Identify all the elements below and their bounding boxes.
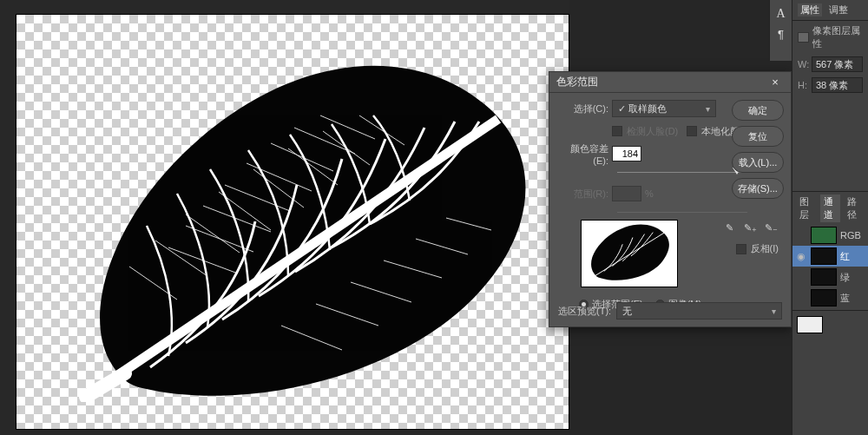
collapsed-toolstrip: A ¶ bbox=[769, 0, 792, 61]
width-label: W: bbox=[798, 59, 808, 69]
fuzziness-value[interactable]: 184 bbox=[612, 146, 641, 161]
mid-panel-tabs: 图层 通道 路径 bbox=[792, 191, 868, 225]
range-value bbox=[612, 186, 641, 201]
properties-title: 像素图层属性 bbox=[812, 24, 863, 50]
ok-button[interactable]: 确定 bbox=[732, 100, 784, 121]
fuzziness-slider[interactable] bbox=[617, 168, 747, 178]
document-frame bbox=[16, 15, 569, 429]
close-icon[interactable]: × bbox=[766, 76, 784, 89]
tab-paths[interactable]: 路径 bbox=[844, 194, 865, 222]
visibility-icon[interactable] bbox=[797, 272, 807, 282]
fuzziness-label: 颜色容差(E): bbox=[558, 142, 612, 166]
leaf-silhouette bbox=[64, 48, 537, 402]
detect-faces-checkbox bbox=[612, 126, 622, 136]
eyedropper-plus-icon[interactable]: ✎₊ bbox=[742, 220, 758, 235]
selection-preview-label: 选区预览(T): bbox=[558, 305, 611, 318]
invert-label: 反相(I) bbox=[751, 242, 779, 255]
save-button[interactable]: 存储(S)... bbox=[732, 178, 784, 199]
invert-checkbox[interactable] bbox=[736, 244, 746, 254]
select-label: 选择(C): bbox=[558, 102, 612, 115]
eyedropper-icon[interactable]: ✎ bbox=[721, 220, 737, 235]
channel-rgb[interactable]: RGB bbox=[792, 225, 868, 246]
dialog-title: 色彩范围 bbox=[556, 75, 766, 89]
dialog-titlebar[interactable]: 色彩范围 × bbox=[549, 72, 791, 93]
text-tool-icon[interactable]: A bbox=[776, 7, 785, 21]
reset-button[interactable]: 复位 bbox=[732, 126, 784, 147]
tab-properties[interactable]: 属性 bbox=[798, 3, 822, 16]
selection-preview bbox=[581, 220, 678, 287]
height-value[interactable]: 38 像素 bbox=[812, 77, 863, 93]
visibility-icon[interactable] bbox=[797, 293, 807, 303]
load-button[interactable]: 载入(L)... bbox=[732, 152, 784, 173]
right-panels: 属性 调整 像素图层属性 W: 567 像素 H: 38 像素 图层 通道 路径… bbox=[792, 0, 868, 435]
channel-green[interactable]: 绿 bbox=[792, 267, 868, 287]
color-range-dialog: 色彩范围 × 选择(C): ✓ 取样颜色 检测人脸(D) 本地化颜色簇(Z) 颜… bbox=[549, 71, 792, 327]
eyedropper-minus-icon[interactable]: ✎₋ bbox=[763, 220, 779, 235]
localized-clusters-checkbox[interactable] bbox=[687, 126, 697, 136]
bottom-panel bbox=[792, 310, 868, 335]
tab-channels[interactable]: 通道 bbox=[820, 194, 841, 222]
height-label: H: bbox=[798, 80, 808, 90]
transparency-background bbox=[16, 15, 569, 429]
paragraph-tool-icon[interactable]: ¶ bbox=[778, 28, 784, 41]
top-panel-tabs: 属性 调整 bbox=[792, 0, 868, 20]
pixel-layer-icon bbox=[798, 32, 809, 43]
channel-blue[interactable]: 蓝 bbox=[792, 287, 868, 308]
selection-preview-dropdown[interactable]: 无 bbox=[616, 302, 782, 320]
tab-adjustments[interactable]: 调整 bbox=[829, 3, 848, 16]
select-dropdown[interactable]: ✓ 取样颜色 bbox=[612, 100, 716, 117]
range-slider bbox=[617, 208, 747, 218]
channel-red[interactable]: ◉ 红 bbox=[792, 246, 868, 267]
range-label: 范围(R): bbox=[558, 188, 612, 201]
visibility-icon[interactable] bbox=[797, 230, 807, 241]
detect-faces-label: 检测人脸(D) bbox=[627, 125, 678, 138]
layer-item[interactable] bbox=[792, 314, 868, 335]
visibility-icon[interactable]: ◉ bbox=[797, 251, 807, 261]
canvas-area[interactable] bbox=[0, 0, 569, 435]
width-value[interactable]: 567 像素 bbox=[812, 56, 863, 72]
tab-layers[interactable]: 图层 bbox=[796, 194, 817, 222]
